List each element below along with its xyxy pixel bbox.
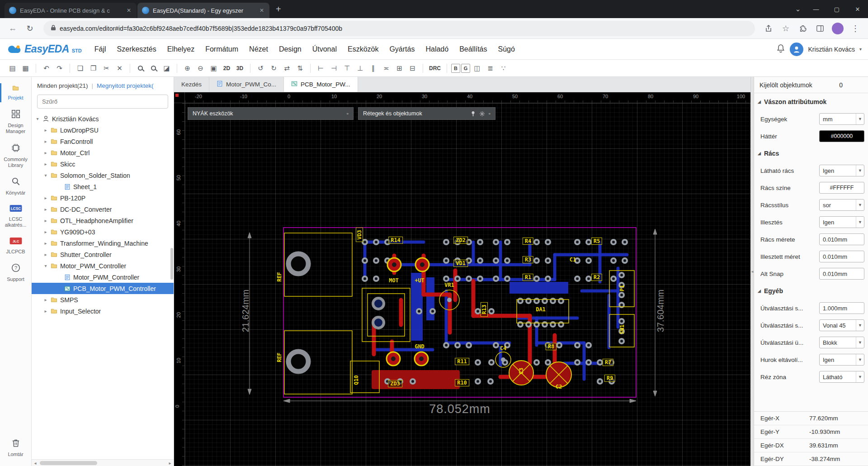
pcb-ref-ref[interactable]: REF — [276, 352, 283, 362]
user-menu-chevron-icon[interactable]: ▾ — [859, 47, 862, 52]
menu-f-jl[interactable]: Fájl — [90, 43, 111, 56]
collapse-arrow-icon[interactable]: ◂ — [751, 269, 754, 274]
tree-expand-icon[interactable]: ▸ — [43, 128, 48, 133]
pcb-ref-r1[interactable]: R1 — [523, 274, 533, 281]
ungroup-icon[interactable]: ⊟ — [406, 62, 419, 74]
share-icon[interactable] — [761, 21, 776, 36]
chevron-down-icon[interactable]: ▼ — [856, 200, 864, 210]
search-icon[interactable] — [134, 62, 146, 74]
cut-icon[interactable]: ✂ — [100, 62, 113, 74]
address-bar[interactable]: easyeda.com/editor#id=fa30a2c6bf9248aeb7… — [43, 21, 755, 36]
sidebar-toggle-icon[interactable] — [813, 21, 827, 36]
sidebar-item-lcsc-alkatr-s[interactable]: LCSCLCSC alkatrés... — [0, 200, 31, 232]
pcb-ref-mot[interactable]: MOT — [389, 277, 399, 284]
filter-input[interactable] — [37, 95, 168, 109]
pcb-ref-ut[interactable]: +UT — [415, 277, 425, 284]
panel-splitter[interactable]: ◂ — [750, 77, 754, 466]
tree-item-solomon-solder-station[interactable]: ▾Solomon_Solder_Station — [32, 170, 174, 181]
zoom-out-icon[interactable]: ⊖ — [194, 62, 207, 74]
gear-icon[interactable] — [479, 111, 485, 117]
easyeda-logo[interactable]: EasyEDA STD — [6, 43, 82, 55]
attr-input-tv-laszt-si-s[interactable]: 1.000mm — [819, 302, 864, 314]
bookmark-star-icon[interactable]: ☆ — [778, 21, 793, 36]
pcb-ref-r2[interactable]: R2 — [591, 274, 602, 281]
open-icon[interactable]: ▤ — [6, 62, 19, 74]
layers-icon[interactable]: ≣ — [484, 62, 496, 74]
pcb-ref-r10[interactable]: R10 — [455, 379, 469, 386]
save-icon[interactable]: ▦ — [19, 62, 32, 74]
attr-select-hurok-elt-vol[interactable]: Igen▼ — [819, 354, 864, 366]
sidebar-item-support[interactable]: ?Support — [0, 259, 31, 286]
reload-button[interactable]: ↻ — [23, 21, 37, 36]
scroll-track[interactable] — [39, 460, 166, 466]
sidebar-item-design-manager[interactable]: Design Manager — [0, 105, 31, 138]
menu-form-tum[interactable]: Formátum — [201, 43, 243, 56]
chevron-down-icon[interactable]: ▼ — [856, 337, 864, 348]
align-bottom-icon[interactable]: ⊥ — [354, 62, 366, 74]
maximize-button[interactable]: ▢ — [826, 0, 847, 18]
attr-select-l-that-r-cs[interactable]: Igen▼ — [819, 165, 864, 176]
zoom-fit-icon[interactable]: ▣ — [208, 62, 220, 74]
align-left-icon[interactable]: ⊢ — [315, 62, 327, 74]
gerber-icon[interactable]: G — [461, 64, 470, 73]
tree-expand-icon[interactable]: ▸ — [43, 139, 48, 144]
tree-item-shutter-controller[interactable]: ▸Shutter_Controller — [32, 249, 174, 260]
tree-expand-icon[interactable]: ▸ — [43, 207, 48, 212]
pcb-ref-sw1[interactable]: SW1 — [619, 324, 625, 334]
tree-item-otl-headphoneamplifier[interactable]: ▸OTL_HeadphoneAmplifier — [32, 215, 174, 226]
chevron-down-icon[interactable]: ▼ — [856, 217, 864, 228]
attr-input-r-cs-m-rete[interactable]: 0.010mm — [819, 233, 864, 245]
layers-objects-panel[interactable]: Rétegek és objektumok ▫ — [358, 107, 495, 120]
pcb-ref-r7[interactable]: R7 — [603, 359, 613, 366]
align-top-icon[interactable]: ⊤ — [341, 62, 353, 74]
menu-n-zet[interactable]: Nézet — [245, 43, 273, 56]
attr-input-illesztett-m-ret[interactable]: 0.010mm — [819, 251, 864, 262]
editor-tab-motor-pwm-co[interactable]: Motor_PWM_Co... — [209, 77, 284, 92]
zoom-in-icon[interactable]: ⊕ — [181, 62, 193, 74]
tree-expand-icon[interactable]: ▸ — [43, 297, 48, 302]
tree-expand-icon[interactable]: ▾ — [43, 173, 48, 178]
pcb-ref-r5[interactable]: R5 — [591, 238, 602, 245]
tree-collapse-icon[interactable]: ▾ — [35, 116, 40, 121]
menu-design[interactable]: Design — [274, 43, 306, 56]
section-header-v-szon-attrib-tumok[interactable]: ◢Vászon attribútumok — [754, 93, 868, 110]
redo-icon[interactable]: ↷ — [53, 62, 66, 74]
pcb-canvas[interactable]: 21.624mm 37.604mm 78.052mm NYÁK eszközök… — [185, 103, 750, 466]
copy-icon[interactable]: ❏ — [74, 62, 86, 74]
extensions-icon[interactable] — [796, 21, 810, 36]
chevron-down-icon[interactable]: ▼ — [856, 320, 864, 331]
tree-item-dc-dc-converter[interactable]: ▸DC-DC_Converter — [32, 204, 174, 215]
menu-s-g[interactable]: Súgó — [494, 43, 519, 56]
open-projects-link[interactable]: Megnyitott projektek( — [97, 82, 153, 89]
attr-color-r-cs-sz-ne[interactable]: #FFFFFF — [819, 182, 864, 194]
menu-szerkeszt-s[interactable]: Szerkesztés — [113, 43, 161, 56]
pcb-ref-zd2[interactable]: ZD2 — [453, 237, 468, 244]
tree-root-user[interactable]: ▾Krisztián Kovács — [32, 113, 174, 124]
sidebar-item-k-nyvt-r[interactable]: Könyvtár — [0, 172, 31, 200]
rotate-left-icon[interactable]: ↺ — [255, 62, 267, 74]
tree-expand-icon[interactable]: ▸ — [43, 309, 48, 314]
pcb-ref-c4[interactable]: C4 — [500, 345, 506, 352]
share-icon[interactable]: ∵ — [497, 62, 509, 74]
rotate-right-icon[interactable]: ↻ — [268, 62, 280, 74]
tree-expand-icon[interactable]: ▾ — [43, 263, 48, 268]
notifications-bell-icon[interactable] — [776, 44, 785, 55]
sidebar-item-projekt[interactable]: Projekt — [0, 81, 31, 105]
distribute-vertical-icon[interactable]: ≍ — [380, 62, 392, 74]
view-3d-icon[interactable]: 3D — [234, 62, 246, 74]
collapse-icon[interactable]: ▫ — [347, 110, 349, 117]
menu-elhelyez[interactable]: Elhelyez — [163, 43, 199, 56]
chevron-down-icon[interactable]: ▼ — [856, 114, 864, 124]
scroll-thumb[interactable] — [40, 461, 97, 465]
attr-select-r-z-z-na[interactable]: Látható▼ — [819, 371, 864, 383]
undo-icon[interactable]: ↶ — [40, 62, 52, 74]
group-icon[interactable]: ⊞ — [393, 62, 406, 74]
pcb-ref-r9[interactable]: R9 — [604, 375, 615, 382]
view-2d-icon[interactable]: 2D — [221, 62, 233, 74]
collapse-icon[interactable]: ▫ — [489, 110, 491, 117]
pcb-ref-r11[interactable]: R11 — [455, 358, 469, 365]
filter-search-icon[interactable] — [147, 62, 160, 74]
tree-expand-icon[interactable]: ▸ — [43, 162, 48, 166]
pcb-ref-c3[interactable]: C3 — [518, 368, 524, 374]
pcb-ref-r13[interactable]: R13 — [481, 302, 488, 317]
